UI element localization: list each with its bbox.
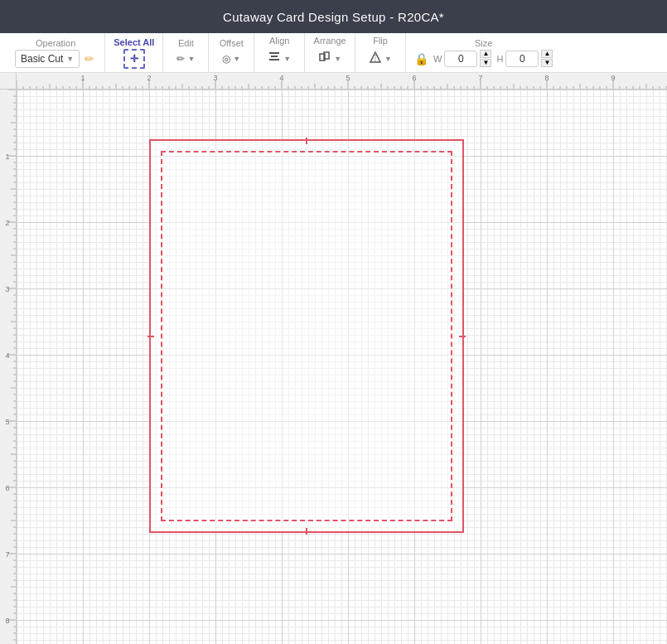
top-center-tick — [306, 138, 307, 144]
arrange-inner: Arrange ▼ — [313, 36, 346, 70]
flip-icon — [369, 51, 382, 66]
size-label: Size — [475, 38, 492, 48]
flip-button[interactable]: ▼ — [364, 47, 397, 70]
flip-label: Flip — [373, 36, 388, 46]
operation-value: Basic Cut — [21, 53, 63, 65]
ruler-top-svg: 123456789 — [17, 73, 667, 89]
arrange-icon — [318, 51, 331, 66]
edit-pencil-button[interactable]: ✏ — [83, 51, 96, 67]
offset-label: Offset — [220, 38, 244, 48]
height-input[interactable] — [505, 51, 539, 67]
offset-icon: ◎ — [222, 53, 230, 65]
height-up-button[interactable]: ▲ — [541, 50, 553, 58]
operation-select-wrap: Basic Cut ▼ ✏ — [15, 50, 96, 68]
align-icon — [268, 51, 281, 66]
svg-text:7: 7 — [5, 550, 9, 559]
flip-group: Flip ▼ — [355, 33, 406, 72]
ruler-left-svg: 12345678 — [0, 90, 16, 644]
svg-text:1: 1 — [80, 74, 85, 82]
ruler-corner — [0, 73, 17, 90]
size-inner: Size 🔒 W ▲ ▼ H ▲ ▼ — [414, 38, 553, 67]
height-input-wrap: H ▲ ▼ — [496, 50, 553, 67]
edit-button[interactable]: ✏ ▼ — [172, 50, 200, 68]
edit-chevron-icon: ▼ — [187, 55, 195, 63]
operation-group: Operation Basic Cut ▼ ✏ — [7, 33, 105, 72]
flip-inner: Flip ▼ — [364, 36, 397, 70]
align-button[interactable]: ▼ — [263, 47, 296, 70]
svg-text:9: 9 — [611, 74, 615, 82]
width-label: W — [433, 54, 442, 64]
arrange-group: Arrange ▼ — [305, 33, 355, 72]
chevron-down-icon: ▼ — [66, 55, 74, 63]
svg-text:2: 2 — [5, 219, 9, 227]
height-down-button[interactable]: ▼ — [541, 59, 553, 67]
svg-text:2: 2 — [147, 74, 151, 82]
align-group: Align ▼ — [254, 33, 305, 72]
right-center-tick — [459, 336, 466, 337]
arrange-button[interactable]: ▼ — [313, 47, 346, 70]
width-spinners: ▲ ▼ — [480, 50, 491, 67]
svg-text:7: 7 — [478, 74, 482, 82]
flip-chevron-icon: ▼ — [384, 55, 392, 63]
bottom-center-tick — [306, 528, 307, 535]
svg-text:1: 1 — [5, 153, 9, 161]
arrange-chevron-icon: ▼ — [334, 55, 341, 63]
align-label: Align — [269, 36, 289, 46]
svg-text:6: 6 — [412, 74, 416, 82]
svg-text:8: 8 — [544, 74, 549, 82]
svg-text:6: 6 — [5, 484, 9, 492]
operation-group-inner: Operation Basic Cut ▼ ✏ — [15, 38, 96, 68]
select-all-inner: Select All ✛ — [114, 37, 154, 69]
width-input-wrap: W ▲ ▼ — [433, 50, 491, 67]
offset-button[interactable]: ◎ ▼ — [217, 50, 245, 68]
edit-inner: Edit ✏ ▼ — [172, 38, 200, 68]
design-card-inner — [161, 151, 452, 521]
svg-text:4: 4 — [5, 351, 9, 360]
size-group: Size 🔒 W ▲ ▼ H ▲ ▼ — [406, 33, 561, 72]
select-all-button[interactable]: ✛ — [123, 49, 145, 69]
edit-group: Edit ✏ ▼ — [163, 33, 209, 72]
offset-chevron-icon: ▼ — [233, 55, 240, 63]
svg-text:5: 5 — [5, 418, 9, 426]
ruler-top: 123456789 — [17, 73, 667, 90]
design-card[interactable] — [149, 139, 464, 533]
height-spinners: ▲ ▼ — [541, 50, 553, 67]
width-down-button[interactable]: ▼ — [480, 59, 491, 67]
svg-text:8: 8 — [5, 617, 9, 625]
width-input[interactable] — [444, 51, 477, 67]
size-inputs: 🔒 W ▲ ▼ H ▲ ▼ — [414, 50, 553, 67]
offset-inner: Offset ◎ ▼ — [217, 38, 245, 68]
width-up-button[interactable]: ▲ — [480, 50, 491, 58]
svg-rect-1 — [271, 56, 278, 57]
plus-icon: ✛ — [130, 53, 138, 65]
edit-pencil-icon: ✏ — [176, 53, 185, 65]
svg-text:3: 3 — [5, 285, 9, 293]
app-title: Cutaway Card Design Setup - R20CA* — [223, 10, 444, 24]
title-bar: Cutaway Card Design Setup - R20CA* — [0, 0, 667, 33]
edit-label: Edit — [178, 38, 194, 48]
svg-rect-2 — [269, 59, 279, 61]
height-label: H — [496, 54, 503, 64]
align-inner: Align ▼ — [263, 36, 296, 70]
canvas-area[interactable]: 123456789 12345678 — [0, 73, 667, 644]
ruler-left: 12345678 — [0, 90, 17, 644]
operation-dropdown[interactable]: Basic Cut ▼ — [15, 50, 80, 68]
svg-text:5: 5 — [346, 74, 350, 82]
left-center-tick — [147, 336, 154, 337]
operation-label: Operation — [36, 38, 75, 48]
svg-text:4: 4 — [279, 74, 283, 82]
grid-canvas[interactable] — [17, 90, 667, 644]
offset-group: Offset ◎ ▼ — [209, 33, 254, 72]
svg-rect-0 — [269, 52, 279, 54]
svg-text:3: 3 — [213, 74, 217, 82]
select-all-label: Select All — [114, 37, 154, 47]
lock-icon: 🔒 — [414, 52, 428, 65]
arrange-label: Arrange — [314, 36, 346, 46]
select-all-group: Select All ✛ — [105, 33, 163, 72]
toolbar: Operation Basic Cut ▼ ✏ Select All ✛ Edi… — [0, 33, 667, 73]
align-chevron-icon: ▼ — [283, 55, 291, 63]
